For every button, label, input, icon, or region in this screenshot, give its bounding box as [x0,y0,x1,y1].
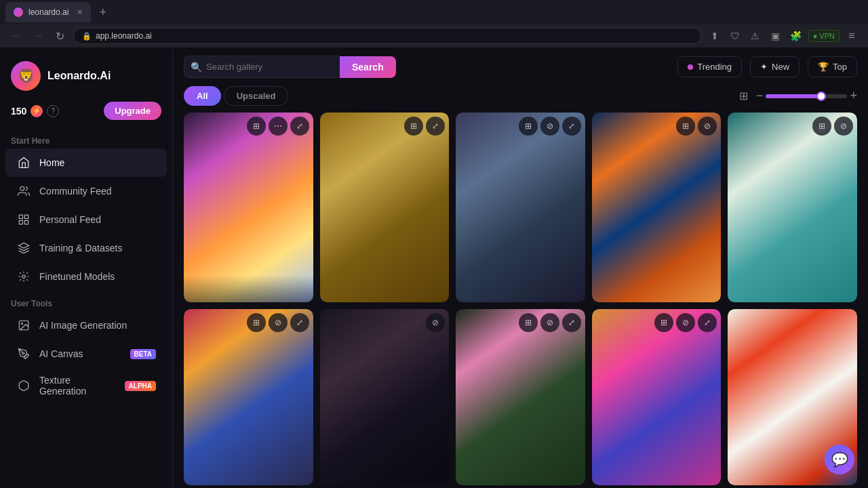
upgrade-button[interactable]: Upgrade [104,102,161,120]
tab-close-button[interactable]: ✕ [77,8,83,17]
card-action-9c[interactable]: ⤢ [698,313,717,332]
all-tab[interactable]: All [184,86,221,106]
back-button[interactable]: ← [8,28,24,44]
sidebar-item-training-label: Training & Datasets [39,243,122,253]
token-row: 150 ⚡ ? Upgrade [0,99,172,128]
card-action-6b[interactable]: ⊘ [269,313,288,332]
card-action-7a[interactable]: ⊘ [426,313,445,332]
image-card-6[interactable]: ⊞ ⊘ ⤢ [184,309,313,485]
sidebar-profile: 🦁 Leonardo.Ai [0,56,172,99]
image-card-9[interactable]: ⊞ ⊘ ⤢ [592,309,722,485]
trending-button[interactable]: Trending [677,56,742,77]
card-overlay-5: ⊞ ⊘ [812,117,853,136]
card-action-5b[interactable]: ⊘ [834,117,853,136]
image-placeholder-8 [456,309,585,485]
sidebar-item-personal[interactable]: Personal Feed [5,205,167,234]
active-tab[interactable]: leonardo.ai ✕ [5,2,91,22]
address-bar[interactable]: 🔒 app.leonardo.ai [73,28,701,44]
image-card-8[interactable]: ⊞ ⊘ ⤢ [456,309,585,485]
card-action-1a[interactable]: ⊞ [247,117,266,136]
forward-button[interactable]: → [30,28,46,44]
sidebar-item-community-label: Community Feed [39,186,112,197]
extensions-button[interactable]: 🧩 [788,28,804,44]
sidebar-item-ai-image[interactable]: AI Image Generation [5,311,167,340]
card-action-1b[interactable]: ⋯ [269,117,288,136]
reload-button[interactable]: ↻ [52,28,68,44]
sidebar-section-tools: User Tools [0,291,172,311]
card-action-8c[interactable]: ⤢ [562,313,581,332]
reader-button[interactable]: ▣ [768,28,784,44]
image-card-2[interactable]: ⊞ ⤢ [320,113,450,302]
zoom-out-button[interactable]: − [756,89,764,103]
search-input[interactable] [184,56,340,78]
zoom-in-button[interactable]: + [850,89,857,103]
sidebar-item-home[interactable]: Home [5,148,167,177]
sidebar-item-home-label: Home [39,157,64,168]
new-label: New [772,62,789,72]
token-info-button[interactable]: ? [47,105,59,117]
svg-rect-2 [25,215,28,218]
sidebar-item-texture-label: Texture Generation [39,375,117,396]
card-action-4b[interactable]: ⊘ [698,117,717,136]
card-action-8b[interactable]: ⊘ [540,313,559,332]
tab-favicon [14,7,23,17]
top-button[interactable]: 🏆 Top [808,56,857,77]
card-action-9a[interactable]: ⊞ [654,313,673,332]
new-tab-button[interactable]: + [94,3,112,22]
zoom-slider: − + [756,89,857,103]
new-icon: ✦ [760,62,768,72]
image-grid-container: ⊞ ⋯ ⤢ ⊞ ⤢ ⊞ [173,113,868,488]
upscaled-tab[interactable]: Upscaled [224,86,289,106]
svg-point-5 [22,275,26,279]
texture-badge: ALPHA [125,381,156,391]
card-overlay-8: ⊞ ⊘ ⤢ [519,313,581,332]
card-action-1c[interactable]: ⤢ [290,117,309,136]
svg-point-0 [20,186,24,190]
sidebar-item-finetuned[interactable]: Finetuned Models [5,262,167,291]
zoom-track[interactable] [766,94,847,98]
grid-view-button[interactable]: ⊞ [736,87,751,105]
card-action-3b[interactable]: ⊘ [540,117,559,136]
trending-label: Trending [697,62,732,72]
sidebar-item-texture[interactable]: Texture Generation ALPHA [5,368,167,403]
card-action-3a[interactable]: ⊞ [519,117,538,136]
sidebar-item-training[interactable]: Training & Datasets [5,234,167,262]
card-overlay-6: ⊞ ⊘ ⤢ [247,313,309,332]
menu-button[interactable]: ≡ [844,28,860,44]
image-card-5[interactable]: ⊞ ⊘ [728,113,857,302]
card-action-2b[interactable]: ⤢ [426,117,445,136]
card-action-6a[interactable]: ⊞ [247,313,266,332]
new-button[interactable]: ✦ New [750,56,800,77]
image-card-7[interactable]: ⊘ [320,309,450,485]
card-action-8a[interactable]: ⊞ [519,313,538,332]
card-action-4a[interactable]: ⊞ [676,117,695,136]
search-input-wrap: 🔍 [184,56,340,78]
image-card-3[interactable]: ⊞ ⊘ ⤢ [456,113,585,302]
personal-icon [16,212,31,227]
search-button[interactable]: Search [340,56,396,78]
card-overlay-9: ⊞ ⊘ ⤢ [654,313,717,332]
chat-fab-button[interactable]: 💬 [825,445,854,474]
image-card-1[interactable]: ⊞ ⋯ ⤢ [184,113,313,302]
nav-actions: ⬆ 🛡 ⚠ ▣ 🧩 ● VPN ≡ [707,28,860,44]
share-button[interactable]: ⬆ [707,28,723,44]
shield-button[interactable]: 🛡 [727,28,743,44]
card-action-3c[interactable]: ⤢ [562,117,581,136]
card-action-6c[interactable]: ⤢ [290,313,309,332]
image-card-4[interactable]: ⊞ ⊘ [592,113,722,302]
browser-chrome: leonardo.ai ✕ + ← → ↻ 🔒 app.leonardo.ai … [0,0,868,47]
card-action-5a[interactable]: ⊞ [812,117,831,136]
card-action-2a[interactable]: ⊞ [404,117,423,136]
image-placeholder-4 [592,113,722,302]
ai-canvas-badge: BETA [130,349,156,359]
card-overlay-1: ⊞ ⋯ ⤢ [247,117,309,136]
warning-button[interactable]: ⚠ [747,28,764,44]
sidebar-item-ai-canvas[interactable]: AI Canvas BETA [5,340,167,368]
top-icon: 🏆 [818,62,829,72]
svg-rect-4 [25,221,28,224]
ai-canvas-icon [16,346,31,361]
card-action-9b[interactable]: ⊘ [676,313,695,332]
image-placeholder-9 [592,309,722,485]
vpn-badge: ● VPN [808,30,840,42]
sidebar-item-community[interactable]: Community Feed [5,177,167,205]
